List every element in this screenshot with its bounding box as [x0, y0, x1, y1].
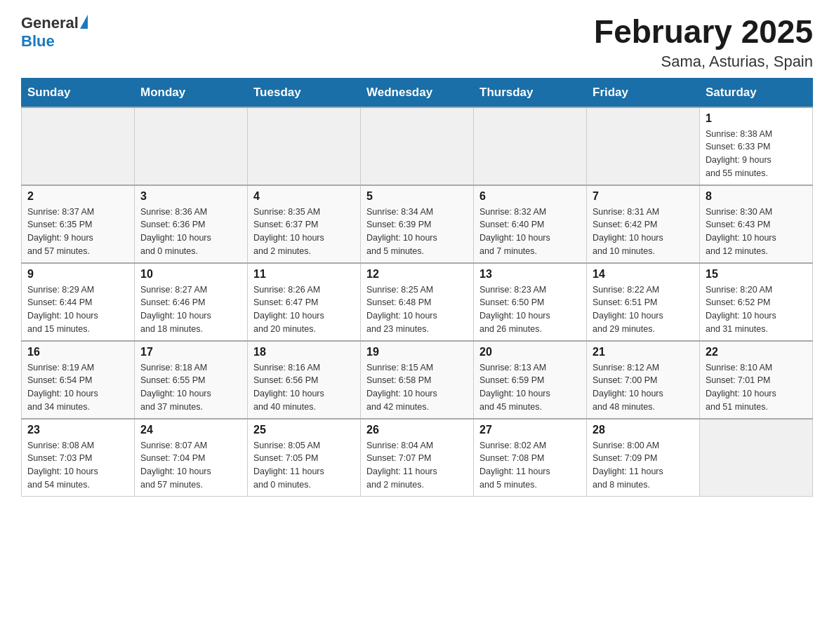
day-info: Sunrise: 8:32 AM Sunset: 6:40 PM Dayligh…: [479, 206, 581, 258]
day-header-tuesday: Tuesday: [248, 78, 361, 107]
calendar-cell: 28Sunrise: 8:00 AM Sunset: 7:09 PM Dayli…: [587, 419, 700, 497]
calendar-cell: 13Sunrise: 8:23 AM Sunset: 6:50 PM Dayli…: [474, 263, 587, 341]
day-number: 24: [140, 424, 241, 436]
day-info: Sunrise: 8:22 AM Sunset: 6:51 PM Dayligh…: [593, 283, 694, 336]
day-info: Sunrise: 8:12 AM Sunset: 7:00 PM Dayligh…: [593, 361, 694, 414]
day-info: Sunrise: 8:05 AM Sunset: 7:05 PM Dayligh…: [253, 439, 355, 492]
day-number: 25: [253, 424, 355, 436]
day-info: Sunrise: 8:20 AM Sunset: 6:52 PM Dayligh…: [706, 283, 807, 336]
calendar-cell: 3Sunrise: 8:36 AM Sunset: 6:36 PM Daylig…: [135, 185, 248, 263]
day-info: Sunrise: 8:13 AM Sunset: 6:59 PM Dayligh…: [479, 361, 581, 414]
calendar-cell: [135, 107, 248, 185]
calendar-cell: [587, 107, 700, 185]
calendar-cell: 26Sunrise: 8:04 AM Sunset: 7:07 PM Dayli…: [361, 419, 474, 497]
day-number: 2: [27, 190, 128, 203]
calendar-cell: 16Sunrise: 8:19 AM Sunset: 6:54 PM Dayli…: [22, 341, 135, 419]
day-info: Sunrise: 8:00 AM Sunset: 7:09 PM Dayligh…: [593, 439, 694, 492]
day-number: 27: [479, 424, 581, 436]
calendar-cell: 7Sunrise: 8:31 AM Sunset: 6:42 PM Daylig…: [587, 185, 700, 263]
calendar-cell: 1Sunrise: 8:38 AM Sunset: 6:33 PM Daylig…: [700, 107, 813, 185]
day-info: Sunrise: 8:35 AM Sunset: 6:37 PM Dayligh…: [253, 206, 355, 258]
day-info: Sunrise: 8:25 AM Sunset: 6:48 PM Dayligh…: [366, 283, 468, 336]
week-row-1: 1Sunrise: 8:38 AM Sunset: 6:33 PM Daylig…: [22, 107, 813, 185]
logo-triangle-icon: [80, 15, 88, 29]
days-header-row: SundayMondayTuesdayWednesdayThursdayFrid…: [22, 78, 813, 107]
day-header-sunday: Sunday: [22, 78, 135, 107]
calendar-title: February 2025: [594, 14, 813, 50]
day-info: Sunrise: 8:38 AM Sunset: 6:33 PM Dayligh…: [706, 128, 807, 180]
day-header-friday: Friday: [587, 78, 700, 107]
calendar-cell: 4Sunrise: 8:35 AM Sunset: 6:37 PM Daylig…: [248, 185, 361, 263]
week-row-4: 16Sunrise: 8:19 AM Sunset: 6:54 PM Dayli…: [22, 341, 813, 419]
page-header: General Blue February 2025 Sama, Asturia…: [21, 14, 813, 71]
day-number: 3: [140, 190, 241, 203]
calendar-cell: 11Sunrise: 8:26 AM Sunset: 6:47 PM Dayli…: [248, 263, 361, 341]
day-number: 9: [27, 268, 128, 281]
day-number: 6: [479, 190, 581, 203]
week-row-5: 23Sunrise: 8:08 AM Sunset: 7:03 PM Dayli…: [22, 419, 813, 497]
day-number: 14: [593, 268, 694, 281]
day-info: Sunrise: 8:04 AM Sunset: 7:07 PM Dayligh…: [366, 439, 468, 492]
day-number: 15: [706, 268, 807, 281]
day-info: Sunrise: 8:29 AM Sunset: 6:44 PM Dayligh…: [27, 283, 128, 336]
day-info: Sunrise: 8:31 AM Sunset: 6:42 PM Dayligh…: [593, 206, 694, 258]
day-info: Sunrise: 8:19 AM Sunset: 6:54 PM Dayligh…: [27, 361, 128, 414]
day-number: 4: [253, 190, 355, 203]
day-info: Sunrise: 8:37 AM Sunset: 6:35 PM Dayligh…: [27, 206, 128, 258]
calendar-cell: 6Sunrise: 8:32 AM Sunset: 6:40 PM Daylig…: [474, 185, 587, 263]
calendar-cell: 24Sunrise: 8:07 AM Sunset: 7:04 PM Dayli…: [135, 419, 248, 497]
day-info: Sunrise: 8:26 AM Sunset: 6:47 PM Dayligh…: [253, 283, 355, 336]
calendar-cell: 15Sunrise: 8:20 AM Sunset: 6:52 PM Dayli…: [700, 263, 813, 341]
calendar-cell: [361, 107, 474, 185]
day-number: 16: [27, 346, 128, 358]
logo-blue-text: Blue: [21, 32, 55, 51]
day-info: Sunrise: 8:36 AM Sunset: 6:36 PM Dayligh…: [140, 206, 241, 258]
title-block: February 2025 Sama, Asturias, Spain: [594, 14, 813, 71]
day-number: 5: [366, 190, 468, 203]
calendar-cell: 8Sunrise: 8:30 AM Sunset: 6:43 PM Daylig…: [700, 185, 813, 263]
calendar-cell: 5Sunrise: 8:34 AM Sunset: 6:39 PM Daylig…: [361, 185, 474, 263]
calendar-cell: [248, 107, 361, 185]
week-row-2: 2Sunrise: 8:37 AM Sunset: 6:35 PM Daylig…: [22, 185, 813, 263]
day-info: Sunrise: 8:27 AM Sunset: 6:46 PM Dayligh…: [140, 283, 241, 336]
calendar-cell: 9Sunrise: 8:29 AM Sunset: 6:44 PM Daylig…: [22, 263, 135, 341]
day-info: Sunrise: 8:34 AM Sunset: 6:39 PM Dayligh…: [366, 206, 468, 258]
day-number: 20: [479, 346, 581, 358]
logo-general-text: General: [21, 14, 79, 32]
calendar-cell: 14Sunrise: 8:22 AM Sunset: 6:51 PM Dayli…: [587, 263, 700, 341]
calendar-cell: 22Sunrise: 8:10 AM Sunset: 7:01 PM Dayli…: [700, 341, 813, 419]
day-info: Sunrise: 8:15 AM Sunset: 6:58 PM Dayligh…: [366, 361, 468, 414]
day-number: 13: [479, 268, 581, 281]
day-header-thursday: Thursday: [474, 78, 587, 107]
calendar-table: SundayMondayTuesdayWednesdayThursdayFrid…: [21, 78, 813, 497]
calendar-cell: 27Sunrise: 8:02 AM Sunset: 7:08 PM Dayli…: [474, 419, 587, 497]
day-info: Sunrise: 8:08 AM Sunset: 7:03 PM Dayligh…: [27, 439, 128, 492]
day-number: 18: [253, 346, 355, 358]
calendar-cell: [22, 107, 135, 185]
day-number: 1: [706, 112, 807, 125]
week-row-3: 9Sunrise: 8:29 AM Sunset: 6:44 PM Daylig…: [22, 263, 813, 341]
day-info: Sunrise: 8:30 AM Sunset: 6:43 PM Dayligh…: [706, 206, 807, 258]
calendar-cell: 2Sunrise: 8:37 AM Sunset: 6:35 PM Daylig…: [22, 185, 135, 263]
day-info: Sunrise: 8:07 AM Sunset: 7:04 PM Dayligh…: [140, 439, 241, 492]
day-number: 23: [27, 424, 128, 436]
day-info: Sunrise: 8:23 AM Sunset: 6:50 PM Dayligh…: [479, 283, 581, 336]
calendar-cell: 18Sunrise: 8:16 AM Sunset: 6:56 PM Dayli…: [248, 341, 361, 419]
day-header-wednesday: Wednesday: [361, 78, 474, 107]
day-info: Sunrise: 8:02 AM Sunset: 7:08 PM Dayligh…: [479, 439, 581, 492]
calendar-cell: 20Sunrise: 8:13 AM Sunset: 6:59 PM Dayli…: [474, 341, 587, 419]
calendar-cell: 10Sunrise: 8:27 AM Sunset: 6:46 PM Dayli…: [135, 263, 248, 341]
day-number: 21: [593, 346, 694, 358]
day-info: Sunrise: 8:18 AM Sunset: 6:55 PM Dayligh…: [140, 361, 241, 414]
day-info: Sunrise: 8:10 AM Sunset: 7:01 PM Dayligh…: [706, 361, 807, 414]
calendar-cell: [474, 107, 587, 185]
calendar-cell: 17Sunrise: 8:18 AM Sunset: 6:55 PM Dayli…: [135, 341, 248, 419]
day-number: 7: [593, 190, 694, 203]
day-number: 22: [706, 346, 807, 358]
calendar-cell: 25Sunrise: 8:05 AM Sunset: 7:05 PM Dayli…: [248, 419, 361, 497]
calendar-cell: 19Sunrise: 8:15 AM Sunset: 6:58 PM Dayli…: [361, 341, 474, 419]
day-number: 17: [140, 346, 241, 358]
logo: General Blue: [21, 14, 88, 51]
day-number: 28: [593, 424, 694, 436]
day-header-saturday: Saturday: [700, 78, 813, 107]
